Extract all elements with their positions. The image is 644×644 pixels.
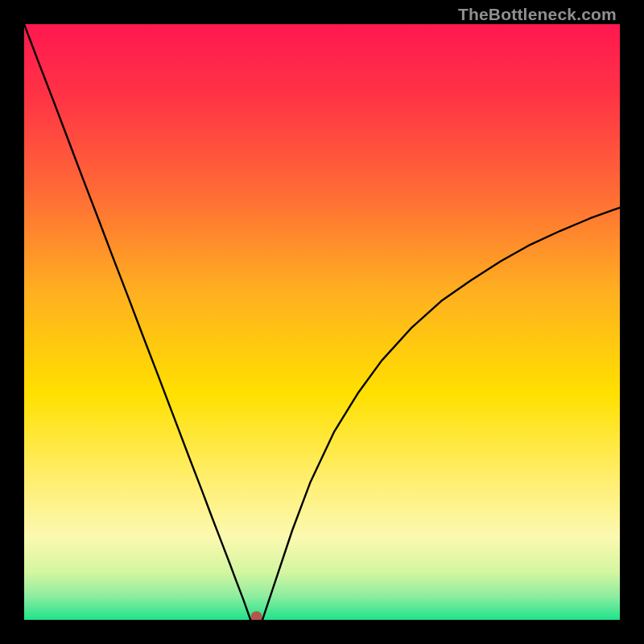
chart-svg: [24, 24, 620, 620]
plot-area: [24, 24, 620, 620]
watermark-text: TheBottleneck.com: [458, 5, 617, 24]
gradient-rect: [24, 24, 620, 620]
chart-frame: TheBottleneck.com: [0, 0, 644, 644]
